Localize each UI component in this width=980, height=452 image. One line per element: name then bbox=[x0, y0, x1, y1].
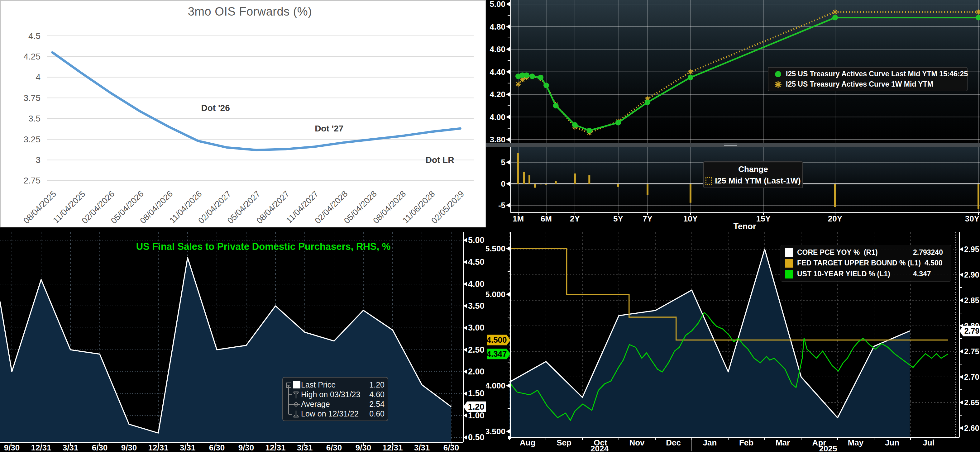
curve-legend: I25 US Treasury Actives Curve Last Mid Y… bbox=[768, 67, 967, 91]
x-tick-label: 12/31 bbox=[382, 443, 402, 452]
tick-arrow bbox=[463, 348, 467, 352]
high-marker-icon bbox=[290, 390, 301, 399]
y-tick-label: 3 bbox=[35, 155, 40, 165]
month-label: Mar bbox=[776, 438, 790, 447]
right-badge-label: 2.79 bbox=[964, 326, 980, 335]
change-bar bbox=[534, 184, 536, 188]
legend-row-high: High on 03/31/23 4.60 bbox=[290, 390, 385, 399]
month-label: Dec bbox=[666, 438, 681, 447]
y-tick-label: 4.80 bbox=[490, 22, 506, 32]
data-point bbox=[616, 120, 621, 126]
tick-arrow bbox=[506, 2, 511, 6]
legend-label: CORE PCE YOY % (R1) bbox=[797, 248, 909, 257]
month-label: Nov bbox=[629, 438, 645, 447]
legend-label: Average bbox=[301, 399, 369, 409]
data-point bbox=[543, 83, 549, 88]
legend-row-last-price: Last Price 1.20 bbox=[290, 380, 385, 390]
x-tick-label: 12/31 bbox=[148, 443, 168, 452]
right-tick-label: 2.70 bbox=[964, 372, 979, 381]
change-bar bbox=[540, 184, 542, 185]
green-dot-icon bbox=[773, 70, 783, 79]
x-tick-label: 9/30 bbox=[356, 443, 371, 452]
splitter-handle-icon[interactable] bbox=[724, 143, 737, 146]
axis-badge-label: 4.500 bbox=[487, 335, 507, 345]
change-bar bbox=[834, 184, 836, 207]
pce-panel: AugSepOctNovDecJanFebMarAprMayJunJul2024… bbox=[486, 228, 980, 452]
data-point bbox=[572, 122, 578, 128]
tick-arrow bbox=[959, 298, 963, 302]
axis-badge-label: 4.347 bbox=[487, 349, 507, 358]
month-label: Aug bbox=[520, 438, 536, 447]
pane-splitter[interactable] bbox=[486, 143, 980, 147]
tick-arrow bbox=[463, 413, 467, 418]
change-bar bbox=[977, 184, 979, 209]
change-bar bbox=[588, 175, 590, 184]
y-tick-label: 5.00 bbox=[490, 0, 506, 9]
tick-arrow bbox=[506, 429, 511, 434]
tick-arrow bbox=[506, 203, 511, 208]
y-tick-label: 4.5 bbox=[29, 31, 40, 41]
left-tick-label: 4.000 bbox=[486, 381, 506, 390]
white-swatch-icon bbox=[785, 248, 793, 257]
x-tick-label: 3/31 bbox=[63, 443, 78, 452]
x-tick-label: 20Y bbox=[828, 214, 842, 223]
legend-value: 4.500 bbox=[924, 259, 947, 267]
tick-arrow bbox=[506, 92, 511, 97]
legend-value: 4.60 bbox=[369, 390, 385, 399]
legend-label: I25 US Treasury Actives Curve Last Mid Y… bbox=[786, 70, 968, 78]
legend-label: Last Price bbox=[301, 380, 369, 389]
tick-arrow bbox=[463, 260, 467, 264]
legend-row-average: Average 2.54 bbox=[290, 399, 385, 409]
right-tick-label: 2.95 bbox=[964, 245, 979, 253]
tick-arrow bbox=[959, 426, 963, 430]
x-tick-label: 6M bbox=[541, 214, 552, 223]
asterisk-icon bbox=[773, 80, 783, 89]
y-tick-label: 3.5 bbox=[29, 114, 40, 123]
x-tick-label: 7Y bbox=[643, 214, 652, 223]
y-tick-label: 0 bbox=[501, 179, 506, 188]
x-tick-label: 30Y bbox=[965, 214, 979, 223]
change-legend-title: Change bbox=[704, 164, 802, 174]
y-tick-label: 4.60 bbox=[490, 45, 506, 54]
tick-arrow bbox=[959, 247, 963, 251]
tick-arrow bbox=[506, 70, 511, 75]
annotation: Dot LR bbox=[426, 155, 454, 165]
x-tick-label: 6/30 bbox=[92, 443, 108, 452]
y-tick-label: 2.75 bbox=[24, 176, 41, 185]
data-point bbox=[645, 99, 650, 105]
change-legend: Change I25 Mid YTM (Last-1W) bbox=[703, 161, 803, 188]
data-point bbox=[538, 75, 543, 80]
left-tick-label: 5.000 bbox=[486, 290, 506, 299]
tick-arrow bbox=[506, 115, 511, 119]
data-point bbox=[516, 82, 521, 87]
x-tick-label: 12/31 bbox=[31, 443, 51, 452]
change-bar bbox=[555, 181, 557, 184]
final-sales-panel: 9/3012/313/316/309/3012/313/316/309/3012… bbox=[0, 228, 486, 452]
x-tick-label: 6/30 bbox=[209, 443, 225, 452]
tick-arrow bbox=[506, 246, 511, 251]
left-tick-label: 5.500 bbox=[486, 244, 506, 253]
legend-value: 2.793240 bbox=[913, 248, 947, 257]
ois-forwards-panel: 3mo OIS Forwards (%) 4.54.2543.753.53.25… bbox=[0, 0, 486, 228]
x-tick-label: 6/30 bbox=[444, 443, 459, 452]
legend-value: 1.20 bbox=[369, 380, 385, 389]
tick-arrow bbox=[463, 435, 467, 439]
x-tick-label: 9/30 bbox=[4, 443, 20, 452]
legend-item-last-mid: I25 US Treasury Actives Curve Last Mid Y… bbox=[773, 70, 967, 79]
tick-arrow bbox=[959, 349, 963, 353]
month-label: Jun bbox=[885, 438, 899, 447]
low-marker-icon bbox=[290, 409, 301, 419]
tick-arrow bbox=[959, 272, 963, 277]
legend-item-1w-mid: I25 US Treasury Actives Curve 1W Mid YTM bbox=[773, 80, 967, 89]
annotation: Dot '26 bbox=[201, 103, 230, 113]
data-point bbox=[688, 70, 693, 75]
dotted-box-icon bbox=[705, 177, 712, 185]
legend-row-low: Low on 12/31/22 0.60 bbox=[290, 409, 385, 419]
legend-value: 2.54 bbox=[369, 399, 385, 409]
x-tick-label: 1M bbox=[512, 214, 524, 223]
y-tick-label: 3.00 bbox=[468, 323, 485, 333]
annotation: Dot '27 bbox=[315, 124, 344, 133]
x-tick-label: 12/31 bbox=[265, 443, 285, 452]
data-point bbox=[553, 103, 559, 108]
month-label: Jan bbox=[703, 438, 717, 447]
